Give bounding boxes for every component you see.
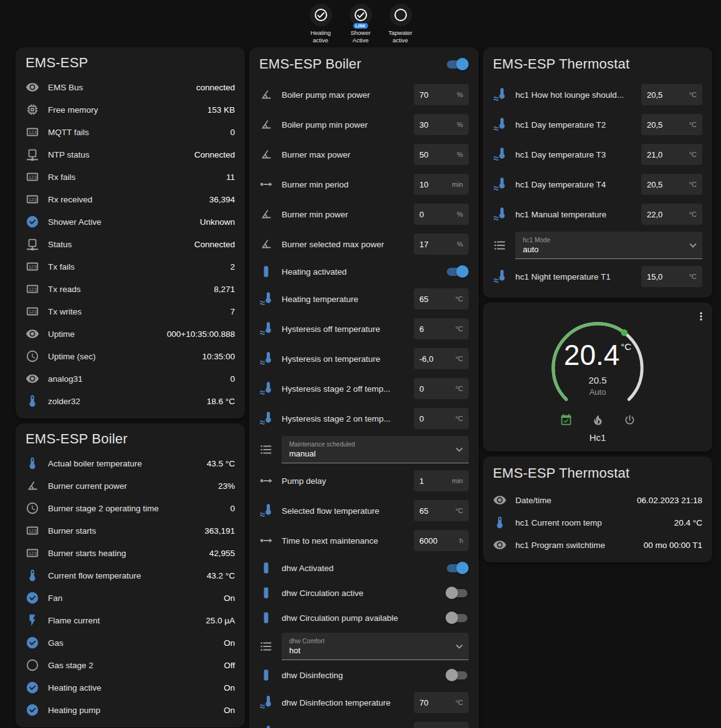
sensor-row[interactable]: Free memory153 KB bbox=[26, 98, 235, 121]
control-row[interactable]: hc1 Day temperature T220,5°C bbox=[493, 110, 702, 139]
control-row[interactable]: hc1 Night temperature T115,0°C bbox=[493, 262, 702, 291]
number-input[interactable]: 40°C bbox=[414, 722, 469, 728]
sensor-row[interactable]: 123Rx fails11 bbox=[26, 166, 235, 188]
number-input[interactable]: 22,0°C bbox=[641, 204, 702, 225]
number-input[interactable]: 6000h bbox=[414, 530, 469, 551]
sensor-row[interactable]: Flame current25.0 µA bbox=[26, 609, 235, 631]
sensor-row[interactable]: 123Tx reads8,271 bbox=[26, 278, 235, 300]
status-badge[interactable]: LINKShower Active bbox=[344, 4, 378, 44]
sensor-row[interactable]: Burner current power23% bbox=[26, 475, 235, 497]
toggle-switch[interactable] bbox=[446, 587, 469, 599]
sensor-row[interactable]: analog310 bbox=[26, 367, 235, 390]
number-input[interactable]: 70°C bbox=[414, 692, 469, 713]
sensor-row[interactable]: Shower ActiveUnknown bbox=[26, 210, 235, 233]
sensor-row[interactable]: 123Tx writes7 bbox=[26, 300, 235, 323]
control-row[interactable]: dhw Flow temperature offset40°C bbox=[259, 717, 469, 728]
control-row[interactable]: Burner selected max power17% bbox=[259, 229, 469, 259]
control-row[interactable]: dhw Disinfection temperature70°C bbox=[259, 688, 469, 717]
number-input[interactable]: 10min bbox=[414, 174, 469, 195]
number-input[interactable]: 6°C bbox=[414, 318, 469, 339]
sensor-row[interactable]: Uptime000+10:35:00.888 bbox=[26, 323, 235, 345]
sensor-row[interactable]: GasOn bbox=[26, 631, 235, 654]
sensor-row[interactable]: Current flow temperature43.2 °C bbox=[26, 564, 235, 587]
sensor-row[interactable]: NTP statusConnected bbox=[26, 143, 235, 166]
number-input[interactable]: 65°C bbox=[414, 288, 469, 310]
number-input[interactable]: 21,0°C bbox=[641, 144, 702, 165]
control-row[interactable]: hc1 How hot lounge should...20,5°C bbox=[493, 80, 702, 110]
control-row[interactable]: Pump delay1min bbox=[259, 466, 469, 496]
control-row[interactable]: Hysteresis off temperature6°C bbox=[259, 314, 469, 344]
sensor-row[interactable]: EMS Busconnected bbox=[26, 76, 235, 98]
control-row[interactable]: Heating temperature65°C bbox=[259, 284, 469, 314]
status-badge[interactable]: Tapwater active bbox=[384, 4, 418, 44]
number-input[interactable]: 0°C bbox=[414, 408, 469, 429]
control-row[interactable]: hc1 Modeauto bbox=[493, 229, 702, 262]
control-row[interactable]: hc1 Day temperature T420,5°C bbox=[493, 169, 702, 199]
number-input[interactable]: 65°C bbox=[414, 500, 469, 521]
sensor-row[interactable]: 123MQTT fails0 bbox=[26, 121, 235, 143]
number-input[interactable]: 15,0°C bbox=[641, 266, 702, 287]
number-input[interactable]: 1min bbox=[414, 470, 469, 491]
control-row[interactable]: dhw Activated bbox=[259, 555, 469, 580]
number-input[interactable]: 70% bbox=[414, 84, 469, 105]
control-row[interactable]: dhw Circulation pump available bbox=[259, 605, 469, 630]
calendar-check-icon[interactable] bbox=[560, 414, 573, 427]
number-input[interactable]: 20,5°C bbox=[641, 174, 702, 195]
sensor-row[interactable]: StatusConnected bbox=[26, 233, 235, 255]
number-input[interactable]: 0% bbox=[414, 204, 469, 225]
control-row[interactable]: Boiler pump min power30% bbox=[259, 110, 469, 139]
control-row[interactable]: hc1 Manual temperature22,0°C bbox=[493, 199, 702, 229]
control-row[interactable]: Maintenance scheduledmanual bbox=[259, 433, 469, 466]
sensor-row[interactable]: FanOn bbox=[26, 587, 235, 609]
boiler-icon bbox=[259, 668, 273, 682]
control-row[interactable]: Selected flow temperature65°C bbox=[259, 496, 469, 526]
control-row[interactable]: Heating activated bbox=[259, 259, 469, 284]
control-row[interactable]: Boiler pump max power70% bbox=[259, 80, 469, 110]
select-dropdown[interactable]: dhw Comforthot bbox=[282, 633, 469, 660]
number-input[interactable]: 20,5°C bbox=[641, 84, 702, 105]
dots-vertical-icon[interactable] bbox=[695, 310, 707, 323]
sensor-row[interactable]: zolder3218.6 °C bbox=[26, 390, 235, 412]
sensor-row[interactable]: Burner stage 2 operating time0 bbox=[26, 497, 235, 519]
toggle-switch[interactable] bbox=[446, 562, 469, 574]
control-row[interactable]: Burner max power50% bbox=[259, 139, 469, 169]
sensor-row[interactable]: hc1 Current room temp20.4 °C bbox=[493, 511, 702, 534]
sensor-row[interactable]: Actual boiler temperature43.5 °C bbox=[26, 452, 235, 475]
number-input[interactable]: 20,5°C bbox=[641, 114, 702, 135]
control-row[interactable]: dhw Comforthot bbox=[259, 630, 469, 663]
sensor-row[interactable]: 123Burner starts heating42,955 bbox=[26, 542, 235, 564]
control-row[interactable]: Time to next maintenance6000h bbox=[259, 526, 469, 555]
control-row[interactable]: hc1 Day temperature T321,0°C bbox=[493, 139, 702, 169]
select-dropdown[interactable]: Maintenance scheduledmanual bbox=[282, 436, 469, 463]
control-row[interactable]: dhw Disinfecting bbox=[259, 663, 469, 688]
toggle-switch[interactable] bbox=[446, 265, 469, 278]
control-row[interactable]: dhw Circulation active bbox=[259, 580, 469, 605]
number-input[interactable]: 50% bbox=[414, 144, 469, 165]
sensor-row[interactable]: 123Rx received36,394 bbox=[26, 188, 235, 210]
number-input[interactable]: -6,0°C bbox=[414, 348, 469, 369]
sensor-row[interactable]: Heating activeOn bbox=[26, 676, 235, 699]
sensor-row[interactable]: Heating pumpOn bbox=[26, 699, 235, 721]
control-row[interactable]: Burner min period10min bbox=[259, 169, 469, 199]
control-row[interactable]: Hysteresis stage 2 on temp...0°C bbox=[259, 404, 469, 433]
card-header-toggle[interactable] bbox=[446, 58, 469, 70]
power-icon[interactable] bbox=[623, 414, 636, 427]
number-input[interactable]: 17% bbox=[414, 234, 469, 255]
control-row[interactable]: Hysteresis stage 2 off temp...0°C bbox=[259, 374, 469, 404]
fire-icon[interactable] bbox=[591, 414, 604, 427]
sensor-row[interactable]: Uptime (sec)10:35:00 bbox=[26, 345, 235, 367]
thermostat-dial[interactable]: 20.4°C 20.5 Auto bbox=[542, 313, 653, 423]
sensor-row[interactable]: hc1 Program switchtime00 mo 00:00 T1 bbox=[493, 534, 702, 556]
status-badge[interactable]: Heating active bbox=[304, 4, 338, 44]
control-row[interactable]: Hysteresis on temperature-6,0°C bbox=[259, 344, 469, 374]
sensor-row[interactable]: 123Burner starts363,191 bbox=[26, 519, 235, 542]
number-input[interactable]: 0°C bbox=[414, 378, 469, 399]
toggle-switch[interactable] bbox=[446, 669, 469, 681]
sensor-row[interactable]: Date/time06.02.2023 21:18 bbox=[493, 489, 702, 511]
number-input[interactable]: 30% bbox=[414, 114, 469, 135]
sensor-row[interactable]: Gas stage 2Off bbox=[26, 654, 235, 676]
sensor-row[interactable]: 123Tx fails2 bbox=[26, 255, 235, 278]
toggle-switch[interactable] bbox=[446, 612, 469, 624]
control-row[interactable]: Burner min power0% bbox=[259, 199, 469, 229]
select-dropdown[interactable]: hc1 Modeauto bbox=[515, 232, 702, 259]
